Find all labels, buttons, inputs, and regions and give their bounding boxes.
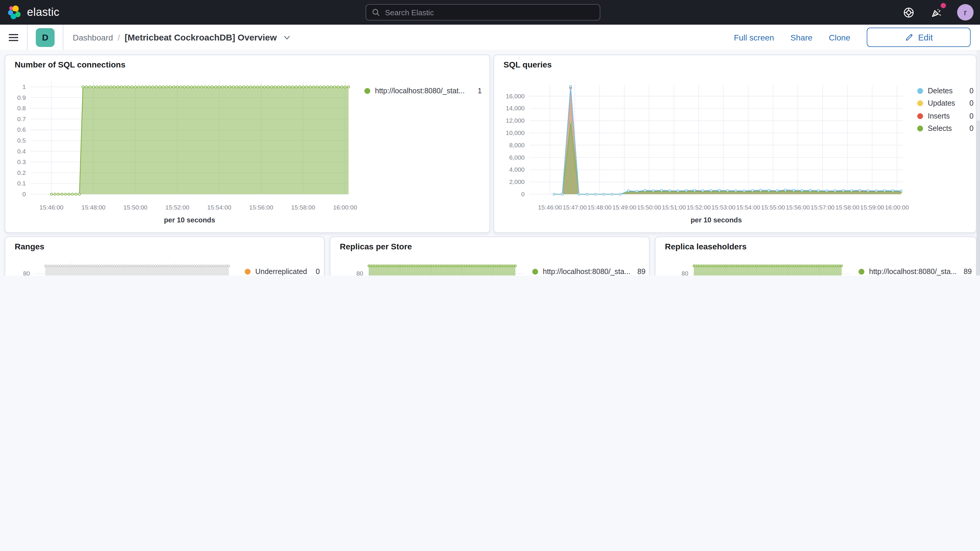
- help-icon: [903, 7, 914, 18]
- svg-text:0.5: 0.5: [18, 137, 26, 144]
- panel-number-of-sql-connections[interactable]: Number of SQL connections 00.10.20.30.40…: [5, 54, 490, 233]
- legend-label: Deletes: [928, 87, 965, 95]
- chart-legend: http://localhost:8080/_sta...89: [859, 265, 972, 276]
- panel-title: Number of SQL connections: [15, 60, 126, 69]
- legend-item[interactable]: http://localhost:8080/_sta...89: [532, 265, 646, 276]
- divider: [63, 25, 64, 50]
- legend-value: 0: [969, 125, 974, 133]
- legend-value: 0: [969, 99, 974, 108]
- legend-swatch: [917, 100, 923, 107]
- title-menu-button[interactable]: [283, 33, 291, 41]
- svg-text:15:46:00: 15:46:00: [40, 204, 64, 211]
- svg-text:per 10 seconds: per 10 seconds: [164, 216, 215, 224]
- legend-item[interactable]: Deletes0: [917, 84, 974, 97]
- chart-legend: Underreplicated0Overreplicated0Unavailab…: [245, 265, 320, 276]
- breadcrumb-separator: /: [118, 33, 120, 42]
- divider: [27, 25, 27, 50]
- legend-item[interactable]: Inserts0: [917, 110, 974, 123]
- newsfeed-button[interactable]: [928, 4, 945, 21]
- svg-text:15:47:00: 15:47:00: [563, 204, 587, 211]
- legend-item[interactable]: Updates0: [917, 97, 974, 110]
- legend-value: 0: [969, 87, 974, 95]
- elastic-logo-icon: [7, 5, 22, 20]
- svg-text:0.7: 0.7: [18, 116, 26, 123]
- legend-swatch: [917, 126, 923, 132]
- svg-text:12,000: 12,000: [506, 117, 525, 124]
- svg-text:16,000: 16,000: [506, 93, 525, 99]
- breadcrumb-dashboard-link[interactable]: Dashboard: [73, 33, 113, 42]
- elastic-logo[interactable]: elastic: [7, 5, 60, 20]
- svg-text:15:48:00: 15:48:00: [588, 204, 612, 211]
- svg-text:0.9: 0.9: [18, 94, 26, 101]
- search-input[interactable]: [384, 7, 594, 17]
- svg-text:8,000: 8,000: [509, 142, 525, 148]
- breadcrumb: Dashboard / [Metricbeat CockroachDB] Ove…: [73, 32, 291, 42]
- page-title: [Metricbeat CockroachDB] Overview: [125, 32, 277, 42]
- global-search[interactable]: [366, 4, 600, 21]
- panel-ranges[interactable]: Ranges 0102030405060708015:46:0015:48:00…: [5, 236, 325, 276]
- svg-text:4,000: 4,000: [509, 166, 525, 173]
- legend-swatch: [532, 269, 538, 275]
- svg-text:15:56:00: 15:56:00: [786, 204, 810, 211]
- vertical-scrollbar[interactable]: [977, 50, 980, 276]
- clone-button[interactable]: Clone: [829, 33, 850, 42]
- vertical-scrollbar-thumb[interactable]: [977, 120, 980, 276]
- chart-canvas: 02,0004,0006,0008,00010,00012,00014,0001…: [494, 55, 976, 233]
- panel-replicas-per-store[interactable]: Replicas per Store 0102030405060708015:4…: [330, 236, 650, 276]
- legend-value: 1: [478, 87, 482, 95]
- pencil-icon: [905, 33, 913, 41]
- menu-button[interactable]: [0, 34, 27, 41]
- elastic-wordmark: elastic: [27, 6, 60, 19]
- user-avatar[interactable]: r: [957, 4, 974, 21]
- legend-label: Selects: [928, 125, 965, 133]
- legend-item[interactable]: http://localhost:8080/_sta...89: [859, 265, 972, 276]
- svg-text:15:59:00: 15:59:00: [860, 204, 885, 211]
- panel-title: Replicas per Store: [340, 242, 412, 251]
- svg-text:per 10 seconds: per 10 seconds: [691, 216, 742, 224]
- edit-button[interactable]: Edit: [867, 27, 970, 47]
- svg-text:15:56:00: 15:56:00: [249, 204, 273, 211]
- panel-replica-leaseholders[interactable]: Replica leaseholders 0102030405060708015…: [655, 236, 977, 276]
- svg-text:80: 80: [356, 270, 363, 276]
- chart-ranges[interactable]: 0102030405060708015:46:0015:48:0015:50:0…: [5, 237, 324, 276]
- svg-text:15:55:00: 15:55:00: [761, 204, 785, 211]
- chart-legend: Deletes0Updates0Inserts0Selects0: [917, 84, 974, 135]
- space-badge[interactable]: D: [36, 28, 54, 47]
- chart-number-of-sql-connections[interactable]: 00.10.20.30.40.50.60.70.80.9115:46:0015:…: [5, 55, 489, 233]
- panel-title: SQL queries: [503, 60, 552, 69]
- svg-text:16:00:00: 16:00:00: [885, 204, 909, 211]
- svg-text:15:49:00: 15:49:00: [612, 204, 636, 211]
- svg-text:15:58:00: 15:58:00: [835, 204, 859, 211]
- legend-label: http://localhost:8080/_sta...: [869, 268, 959, 276]
- svg-text:0.3: 0.3: [18, 158, 26, 165]
- svg-text:0.2: 0.2: [18, 169, 26, 176]
- svg-text:15:57:00: 15:57:00: [811, 204, 835, 211]
- svg-text:15:52:00: 15:52:00: [687, 204, 711, 211]
- chevron-down-icon: [283, 33, 291, 41]
- share-button[interactable]: Share: [791, 33, 813, 42]
- legend-value: 0: [969, 112, 974, 120]
- panel-sql-queries[interactable]: SQL queries 02,0004,0006,0008,00010,0001…: [493, 54, 977, 233]
- svg-text:15:58:00: 15:58:00: [291, 204, 315, 211]
- chart-legend: http://localhost:8080/_stat...1: [364, 84, 482, 97]
- panel-title: Replica leaseholders: [665, 242, 747, 251]
- svg-text:10,000: 10,000: [506, 129, 525, 136]
- kibana-window: elastic r: [0, 0, 980, 276]
- legend-label: Updates: [928, 99, 965, 108]
- svg-text:0.1: 0.1: [18, 180, 26, 186]
- legend-item[interactable]: Selects0: [917, 123, 974, 135]
- help-button[interactable]: [900, 4, 916, 21]
- full-screen-button[interactable]: Full screen: [734, 33, 774, 42]
- svg-text:15:54:00: 15:54:00: [207, 204, 231, 211]
- svg-text:16:00:00: 16:00:00: [333, 204, 357, 211]
- svg-text:2,000: 2,000: [509, 178, 525, 185]
- edit-button-label: Edit: [918, 33, 933, 42]
- chart-canvas: 00.10.20.30.40.50.60.70.80.9115:46:0015:…: [5, 55, 489, 233]
- legend-swatch: [917, 113, 923, 119]
- legend-swatch: [917, 88, 923, 94]
- legend-item[interactable]: Underreplicated0: [245, 265, 320, 276]
- legend-item[interactable]: http://localhost:8080/_stat...1: [364, 84, 482, 97]
- chart-sql-queries[interactable]: 02,0004,0006,0008,00010,00012,00014,0001…: [494, 55, 976, 233]
- svg-text:0: 0: [521, 191, 525, 197]
- svg-text:15:51:00: 15:51:00: [662, 204, 686, 211]
